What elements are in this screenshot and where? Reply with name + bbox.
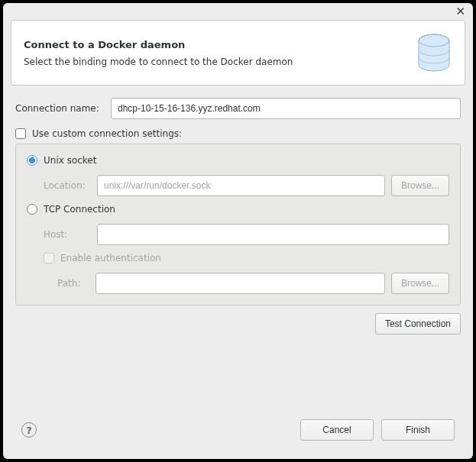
host-row: Host: [27, 224, 449, 245]
finish-button[interactable]: Finish [381, 419, 455, 441]
page-subtitle: Select the binding mode to connect to th… [24, 57, 406, 67]
host-input [97, 224, 449, 245]
location-row: Location: Browse... [27, 175, 449, 196]
dialog-window: ✕ Connect to a Docker daemon Select the … [3, 3, 473, 459]
form-area: Connection name: Use custom connection s… [11, 98, 465, 334]
enable-auth-label: Enable authentication [60, 253, 161, 263]
database-icon [416, 31, 452, 74]
titlebar: ✕ [3, 3, 473, 20]
enable-auth-row: Enable authentication [27, 253, 449, 263]
close-icon[interactable]: ✕ [455, 6, 465, 18]
footer: ? Cancel Finish [11, 412, 465, 451]
connection-settings-group: Unix socket Location: Browse... TCP Conn… [15, 144, 461, 305]
enable-auth-checkbox [44, 253, 54, 263]
use-custom-checkbox[interactable] [15, 128, 26, 139]
use-custom-row: Use custom connection settings: [15, 128, 461, 139]
connection-name-label: Connection name: [15, 103, 111, 114]
path-label: Path: [57, 278, 96, 289]
tcp-radio[interactable] [27, 204, 37, 215]
path-input [96, 273, 385, 294]
path-row: Path: Browse... [27, 273, 449, 294]
header-panel: Connect to a Docker daemon Select the bi… [11, 20, 465, 86]
test-connection-button[interactable]: Test Connection [375, 313, 461, 334]
browse-location-button: Browse... [391, 175, 449, 196]
dialog-content: Connect to a Docker daemon Select the bi… [3, 20, 473, 459]
use-custom-label: Use custom connection settings: [32, 128, 182, 139]
spacer [11, 334, 465, 412]
browse-path-button: Browse... [391, 273, 449, 294]
test-connection-row: Test Connection [15, 313, 461, 334]
page-title: Connect to a Docker daemon [24, 39, 406, 50]
unix-socket-radio[interactable] [27, 155, 37, 166]
connection-name-row: Connection name: [15, 98, 461, 119]
host-label: Host: [44, 229, 97, 240]
tcp-row: TCP Connection [27, 204, 449, 215]
cancel-button[interactable]: Cancel [300, 419, 374, 441]
unix-socket-row: Unix socket [27, 155, 449, 166]
connection-name-input[interactable] [111, 98, 461, 119]
help-icon[interactable]: ? [21, 422, 37, 438]
tcp-label: TCP Connection [44, 204, 115, 215]
unix-socket-label: Unix socket [44, 155, 96, 166]
location-input [97, 175, 385, 196]
location-label: Location: [44, 180, 97, 191]
header-text: Connect to a Docker daemon Select the bi… [24, 39, 406, 67]
